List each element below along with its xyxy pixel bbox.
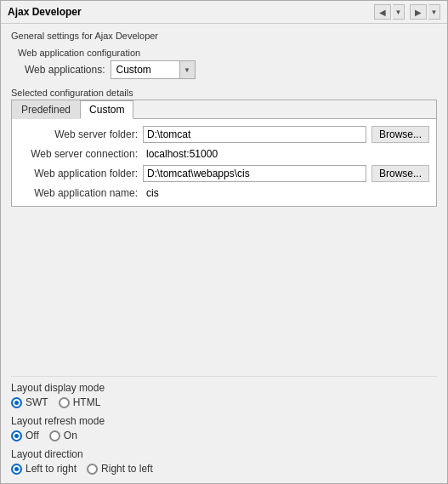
web-app-name-label: Web application name: [19, 187, 138, 199]
layout-refresh-mode-group: Layout refresh mode Off On [11, 415, 437, 441]
back-button[interactable]: ◀ [374, 4, 391, 20]
forward-button[interactable]: ▶ [410, 4, 427, 20]
refresh-mode-radio-row: Off On [11, 430, 437, 441]
refresh-off-option[interactable]: Off [11, 430, 39, 441]
web-applications-combo[interactable]: Custom ▼ [111, 60, 196, 79]
refresh-off-label: Off [26, 430, 39, 441]
browse-button-1[interactable]: Browse... [371, 126, 429, 143]
web-app-name-value: cis [143, 187, 429, 199]
browse-button-2[interactable]: Browse... [371, 165, 429, 182]
window-title: Ajax Developer [8, 6, 82, 18]
direction-radio-row: Left to right Right to left [11, 463, 437, 475]
title-bar: Ajax Developer ◀ ▼ ▶ ▼ [1, 1, 447, 24]
general-settings-label: General settings for Ajax Developer [11, 31, 437, 41]
web-app-config-section: Web application configuration Web applic… [11, 48, 437, 83]
config-box: Predefined Custom Web server folder: Bro… [11, 100, 437, 207]
layout-direction-group: Layout direction Left to right Right to … [11, 448, 437, 475]
web-app-folder-row: Web application folder: Browse... [19, 165, 429, 182]
web-server-connection-label: Web server connection: [19, 148, 138, 160]
web-applications-label: Web applications: [25, 64, 105, 76]
layout-refresh-mode-label: Layout refresh mode [11, 415, 437, 427]
refresh-on-radio[interactable] [49, 430, 60, 441]
display-swt-radio[interactable] [11, 397, 22, 408]
display-swt-dot [14, 401, 19, 405]
display-swt-option[interactable]: SWT [11, 396, 48, 408]
direction-ltr-label: Left to right [26, 463, 77, 475]
web-server-connection-row: Web server connection: localhost:51000 [19, 148, 429, 160]
web-app-name-row: Web application name: cis [19, 187, 429, 199]
layout-display-mode-group: Layout display mode SWT HTML [11, 382, 437, 408]
back-dropdown[interactable]: ▼ [393, 4, 405, 20]
layout-display-mode-label: Layout display mode [11, 382, 437, 394]
web-server-connection-value: localhost:51000 [143, 148, 429, 160]
direction-ltr-radio[interactable] [11, 464, 22, 475]
refresh-off-radio[interactable] [11, 430, 22, 441]
display-html-radio[interactable] [59, 397, 70, 408]
direction-ltr-option[interactable]: Left to right [11, 463, 77, 475]
refresh-on-label: On [64, 430, 77, 441]
display-html-option[interactable]: HTML [59, 396, 101, 408]
back-icon: ◀ [379, 8, 386, 17]
display-html-label: HTML [73, 396, 101, 408]
web-app-folder-input[interactable] [143, 165, 366, 182]
nav-buttons: ◀ ▼ ▶ ▼ [374, 4, 440, 20]
forward-dropdown[interactable]: ▼ [428, 4, 440, 20]
direction-rtl-option[interactable]: Right to left [87, 463, 153, 475]
main-window: Ajax Developer ◀ ▼ ▶ ▼ General settings … [0, 0, 448, 484]
web-server-folder-row: Web server folder: Browse... [19, 126, 429, 143]
direction-rtl-radio[interactable] [87, 464, 98, 475]
tab-predefined[interactable]: Predefined [12, 100, 80, 119]
bottom-section: Layout display mode SWT HTML Layout refr… [1, 377, 447, 483]
config-section: Selected configuration details Predefine… [11, 88, 437, 207]
direction-rtl-label: Right to left [101, 463, 153, 475]
forward-icon: ▶ [415, 8, 422, 17]
tab-custom[interactable]: Custom [80, 100, 133, 119]
web-server-folder-label: Web server folder: [19, 128, 138, 140]
refresh-on-option[interactable]: On [49, 430, 77, 441]
config-tab-content: Web server folder: Browse... Web server … [12, 119, 436, 206]
direction-ltr-dot [14, 467, 19, 471]
refresh-off-dot [14, 434, 19, 438]
web-app-folder-label: Web application folder: [19, 168, 138, 179]
combo-value: Custom [111, 64, 179, 76]
combo-arrow[interactable]: ▼ [179, 61, 195, 78]
web-server-folder-input[interactable] [143, 126, 366, 143]
back-dropdown-icon: ▼ [395, 9, 402, 16]
web-app-config-label: Web application configuration [18, 48, 437, 58]
display-mode-radio-row: SWT HTML [11, 396, 437, 408]
display-swt-label: SWT [26, 396, 48, 408]
main-content: General settings for Ajax Developer Web … [1, 24, 447, 376]
forward-dropdown-icon: ▼ [431, 9, 438, 16]
selected-config-label: Selected configuration details [11, 88, 437, 98]
layout-direction-label: Layout direction [11, 448, 437, 460]
tabs-row: Predefined Custom [12, 100, 436, 119]
web-app-row: Web applications: Custom ▼ [18, 60, 437, 79]
